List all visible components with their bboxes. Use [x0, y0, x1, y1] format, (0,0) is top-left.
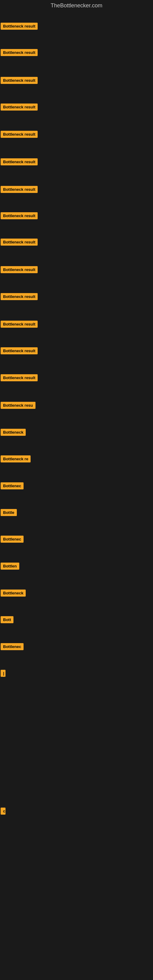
- result-row: Bottleneck result: [1, 23, 38, 31]
- result-row: Bottleneck result: [1, 103, 38, 112]
- result-row: Bott: [1, 616, 13, 624]
- result-row: |: [1, 670, 5, 678]
- result-row: Bottleneck result: [1, 266, 38, 274]
- bottleneck-tag[interactable]: Bottleneck re: [1, 455, 30, 463]
- result-row: Bottleneck result: [1, 186, 38, 194]
- site-title: TheBottlenecker.com: [0, 0, 153, 11]
- bottleneck-tag[interactable]: Bottleneck result: [1, 158, 38, 165]
- bottleneck-tag[interactable]: Bottleneck result: [1, 49, 38, 56]
- bottleneck-tag[interactable]: Bottleneck result: [1, 131, 38, 138]
- result-row: Bottlenec: [1, 536, 24, 544]
- result-row: Bottleneck result: [1, 239, 38, 247]
- result-row: c: [1, 808, 5, 816]
- result-row: Bottlenec: [1, 482, 24, 491]
- bottleneck-tag[interactable]: Bottleneck resu: [1, 402, 35, 409]
- bottleneck-tag[interactable]: Bottleneck result: [1, 239, 38, 246]
- result-row: Bottleneck result: [1, 77, 38, 85]
- bottleneck-tag[interactable]: Bottleneck result: [1, 347, 38, 354]
- bottleneck-tag[interactable]: Bottleneck result: [1, 103, 38, 111]
- bottleneck-tag[interactable]: Bottlen: [1, 563, 19, 570]
- result-row: Bottleneck result: [1, 49, 38, 57]
- result-row: Bottleneck: [1, 590, 26, 598]
- bottleneck-tag[interactable]: Bottle: [1, 509, 17, 516]
- bottleneck-tag[interactable]: Bottleneck result: [1, 186, 38, 193]
- result-row: Bottleneck resu: [1, 402, 35, 410]
- bottleneck-tag[interactable]: Bottleneck result: [1, 293, 38, 300]
- bottleneck-tag[interactable]: Bottleneck result: [1, 23, 38, 30]
- bottleneck-tag[interactable]: Bottleneck: [1, 429, 26, 436]
- result-row: Bottlen: [1, 563, 19, 571]
- result-row: Bottleneck result: [1, 293, 38, 301]
- bottleneck-tag[interactable]: Bottleneck result: [1, 374, 38, 381]
- bottleneck-tag[interactable]: c: [1, 808, 5, 815]
- bottleneck-tag[interactable]: Bottlenec: [1, 482, 24, 489]
- result-row: Bottleneck result: [1, 212, 38, 221]
- bottleneck-tag[interactable]: |: [1, 670, 5, 677]
- result-row: Bottleneck result: [1, 131, 38, 139]
- bottleneck-tag[interactable]: Bottlenec: [1, 536, 24, 542]
- bottleneck-tag[interactable]: Bottleneck result: [1, 212, 38, 219]
- bottleneck-tag[interactable]: Bottleneck result: [1, 321, 38, 328]
- bottleneck-tag[interactable]: Bottleneck result: [1, 77, 38, 84]
- result-row: Bottleneck result: [1, 158, 38, 167]
- bottleneck-tag[interactable]: Bottlenec: [1, 643, 24, 650]
- result-row: Bottleneck result: [1, 321, 38, 329]
- bottleneck-tag[interactable]: Bottleneck result: [1, 266, 38, 273]
- bottleneck-tag[interactable]: Bott: [1, 616, 13, 623]
- result-row: Bottleneck result: [1, 347, 38, 356]
- result-row: Bottleneck: [1, 429, 26, 437]
- result-row: Bottle: [1, 509, 17, 517]
- result-row: Bottlenec: [1, 643, 24, 651]
- result-row: Bottleneck result: [1, 374, 38, 382]
- result-row: Bottleneck re: [1, 455, 30, 464]
- bottleneck-tag[interactable]: Bottleneck: [1, 590, 26, 597]
